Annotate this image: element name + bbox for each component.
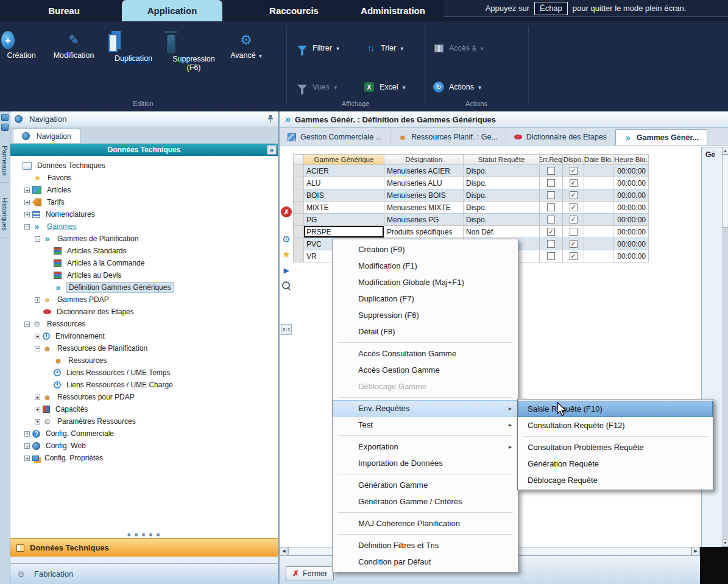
err-checkbox[interactable] — [547, 191, 555, 199]
cell-dispo[interactable] — [563, 202, 584, 214]
row-marker[interactable] — [293, 189, 304, 202]
context-menu-item-env-requ-tes[interactable]: Env. Requêtes — [333, 400, 518, 417]
cell-gamme[interactable]: BOIS — [304, 189, 384, 202]
tree-expander-plus[interactable]: + — [24, 188, 30, 193]
err-checkbox[interactable] — [547, 240, 555, 248]
doc-tab-gammes-g-n-r[interactable]: Gammes Génér... — [615, 129, 707, 145]
cell-err[interactable] — [540, 226, 563, 238]
topbar-tab-application[interactable]: Application — [122, 0, 222, 21]
tree-item-ressources-de-planification[interactable]: −Ressources de Planification — [10, 342, 278, 354]
cell-date[interactable] — [584, 177, 613, 189]
cell-err[interactable] — [540, 250, 563, 262]
tree-expander-plus[interactable]: + — [35, 297, 40, 303]
tree-expander-minus[interactable]: − — [35, 346, 40, 351]
tree-expander-minus[interactable]: − — [35, 236, 40, 242]
tree-item-nomenclatures[interactable]: +Nomenclatures — [10, 208, 278, 220]
cell-gamme[interactable]: ALU — [304, 177, 384, 189]
tree-expander-minus[interactable]: − — [24, 224, 30, 230]
tree-item-tarifs[interactable]: +Tarifs — [10, 196, 278, 208]
context-menu-item-duplication-f7[interactable]: Duplication (F7) — [333, 290, 518, 307]
cell-heure[interactable]: 00:00:00 — [613, 177, 649, 189]
scroll-down-button[interactable]: ▼ — [722, 539, 728, 547]
cell-statut[interactable]: Dispo. — [464, 202, 540, 214]
ribbon-button-acc-s[interactable]: Accès à — [433, 40, 484, 57]
cell-statut[interactable]: Non Déf. — [464, 226, 540, 238]
pointer-tool-icon[interactable] — [281, 265, 292, 276]
cell-date[interactable] — [584, 238, 613, 250]
submenu-item-g-n-ration-requ-te[interactable]: Génération Requête — [518, 456, 713, 472]
ribbon-button-trier[interactable]: Trier — [364, 40, 403, 57]
cell-gamme[interactable]: PG — [304, 214, 384, 226]
panel-dock-icon[interactable] — [1, 124, 9, 131]
dispo-checkbox[interactable] — [570, 167, 578, 175]
cell-designation[interactable]: Menuiseries PG — [384, 214, 464, 226]
row-marker[interactable] — [293, 226, 304, 238]
context-menu-item-exportation[interactable]: Exportation — [333, 438, 518, 455]
tree-item-environnement[interactable]: +Environnement — [10, 330, 278, 342]
doc-tab-dictionnaire-des-etapes[interactable]: Dictionnaire des Etapes — [506, 129, 615, 145]
topbar-tab-raccourcis[interactable]: Raccourcis — [247, 0, 341, 21]
err-checkbox[interactable] — [547, 203, 555, 211]
cell-err[interactable] — [540, 165, 563, 177]
cell-dispo[interactable] — [563, 250, 584, 262]
search-tool-icon[interactable] — [281, 280, 292, 291]
cell-err[interactable] — [540, 202, 563, 214]
cell-heure[interactable]: 00:00:00 — [613, 250, 649, 262]
tree-item-param-tres-ressources[interactable]: +Paramètres Ressources — [10, 415, 278, 427]
panel-splitter-handle[interactable]: ■ ■ ■ ■ ■ — [10, 531, 278, 538]
context-menu-item-acc-s-consultation-gamme[interactable]: Accès Consultation Gamme — [333, 345, 518, 362]
context-menu-item-g-n-ration-gamme[interactable]: Génération Gamme — [333, 477, 518, 493]
cell-statut[interactable]: Dispo. — [464, 177, 540, 189]
cell-err[interactable] — [540, 189, 563, 202]
tree-item-liens-ressources-ume-charge[interactable]: Liens Ressources / UME Charge — [10, 379, 278, 391]
header-cell-err-req[interactable]: Err.Req. — [540, 154, 563, 165]
table-row-prspe[interactable]: PRSPEProduits spécifiquesNon Déf.00:00:0… — [293, 226, 649, 238]
header-cell-d-signation[interactable]: Désignation — [384, 154, 464, 165]
ribbon-button-vues[interactable]: Vues — [296, 79, 337, 96]
cell-gamme[interactable]: PRSPE — [304, 226, 384, 238]
cell-dispo[interactable] — [563, 226, 584, 238]
tree-expander-plus[interactable]: + — [35, 395, 40, 400]
cell-heure[interactable]: 00:00:00 — [613, 165, 649, 177]
tree-item-articles-au-devis[interactable]: Articles au Devis — [10, 269, 278, 281]
cell-statut[interactable]: Dispo. — [464, 214, 540, 226]
close-button[interactable]: Fermer — [286, 566, 334, 580]
row-marker[interactable] — [293, 250, 304, 262]
tree-expander-minus[interactable]: − — [24, 322, 30, 327]
tab-navigation[interactable]: Navigation — [13, 128, 80, 143]
tree-item-d-finition-gammes-g-n-riques[interactable]: Définition Gammes Génériques — [10, 281, 278, 294]
header-cell-statut-requ-te[interactable]: Statut Requête — [464, 154, 540, 165]
table-row-acier[interactable]: ACIERMenuiseries ACIERDispo.00:00:00 — [293, 165, 649, 177]
ribbon-button-actions[interactable]: Actions — [433, 79, 481, 96]
tree-expander-plus[interactable]: + — [24, 443, 30, 449]
submenu-item-consultation-requ-te-f12[interactable]: Consultation Requête (F12) — [518, 417, 713, 434]
tree-item-gammes-de-planification[interactable]: −Gammes de Planification — [10, 233, 278, 245]
tree-expander-plus[interactable]: + — [35, 419, 40, 424]
cell-dispo[interactable] — [563, 214, 584, 226]
cell-dispo[interactable] — [563, 189, 584, 202]
pin-icon[interactable] — [267, 114, 274, 124]
ribbon-button-excel[interactable]: Excel — [363, 79, 406, 96]
doc-tab-ressources-planif-ge[interactable]: Ressources Planif. : Ge... — [391, 129, 506, 145]
scroll-up-button[interactable]: ▲ — [722, 147, 728, 155]
cell-dispo[interactable] — [563, 238, 584, 250]
dispo-checkbox[interactable] — [570, 252, 578, 260]
cell-date[interactable] — [584, 214, 613, 226]
context-menu-item-modification-f1[interactable]: Modification (F1) — [333, 258, 518, 274]
cell-designation[interactable]: Produits spécifiques — [384, 226, 464, 238]
submenu-item-saisie-requ-te-f10[interactable]: Saisie Requête (F10) — [518, 401, 713, 417]
tree-item-config-web[interactable]: +Config. Web — [10, 440, 278, 452]
tree-item-config-propri-t-s[interactable]: +Config. Propriétés — [10, 452, 278, 464]
tree-item-articles[interactable]: +Articles — [10, 184, 278, 196]
row-marker[interactable] — [293, 214, 304, 226]
err-checkbox[interactable] — [547, 252, 555, 260]
context-menu-item-importation-de-donn-es[interactable]: Importation de Données — [333, 455, 518, 471]
cell-gamme[interactable]: MIXTE — [304, 202, 384, 214]
cell-designation[interactable]: Menuiseries ACIER — [384, 165, 464, 177]
cell-err[interactable] — [540, 177, 563, 189]
cell-designation[interactable]: Menuiseries BOIS — [384, 189, 464, 202]
table-row-bois[interactable]: BOISMenuiseries BOISDispo.00:00:00 — [293, 189, 649, 202]
cell-date[interactable] — [584, 165, 613, 177]
dispo-checkbox[interactable] — [570, 216, 578, 223]
cancel-tool-icon[interactable] — [281, 206, 292, 217]
